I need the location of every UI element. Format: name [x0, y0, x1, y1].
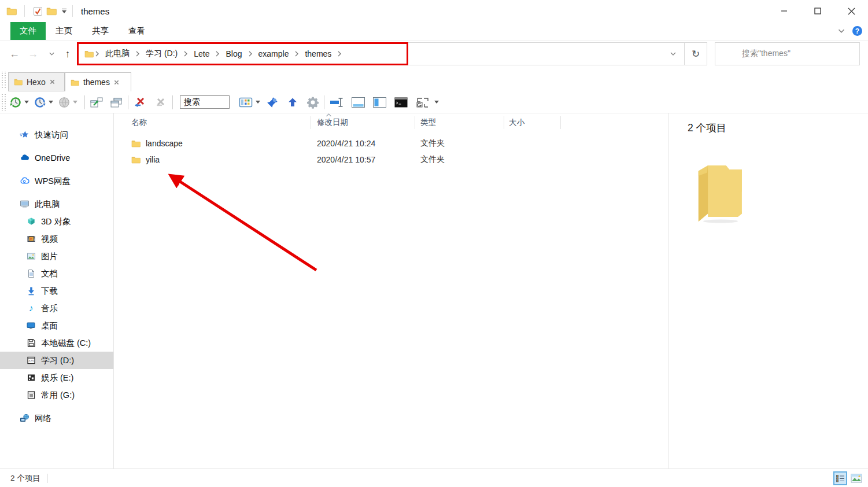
pictures-icon	[26, 252, 36, 261]
up-level-button[interactable]	[286, 94, 300, 110]
ribbon-tab-share[interactable]: 共享	[82, 22, 119, 40]
qat-customize-dropdown-icon[interactable]	[62, 9, 67, 14]
file-row-yilia[interactable]: yilia 2020/4/21 10:57 文件夹	[114, 152, 668, 168]
command-prompt-button[interactable]	[393, 94, 409, 110]
quick-access-star-icon	[20, 130, 29, 140]
network-icon	[20, 414, 29, 423]
sidebar-item-network[interactable]: 网络	[0, 409, 113, 427]
sidebar-item-videos[interactable]: 视频	[0, 230, 113, 248]
forward-button[interactable]: →	[25, 46, 41, 62]
sidebar-item-3d-objects[interactable]: 3D 对象	[0, 213, 113, 230]
pin-tab-button[interactable]	[265, 94, 280, 110]
sidebar-item-onedrive[interactable]: OneDrive	[0, 149, 113, 167]
view-mode-button[interactable]	[238, 94, 254, 110]
column-header-name[interactable]: 名称	[114, 116, 311, 129]
large-icons-view-button[interactable]	[849, 471, 863, 485]
details-view-button[interactable]	[833, 471, 847, 485]
sidebar-item-pictures[interactable]: 图片	[0, 248, 113, 265]
sidebar-item-drive-d[interactable]: </> 学习 (D:)	[0, 352, 113, 369]
qat-new-folder-icon[interactable]	[45, 3, 58, 19]
toolbar-lock-button[interactable]	[328, 94, 345, 110]
explorer-window: themes 文件 主页 共享 查看 ← → ↑	[0, 0, 868, 487]
sidebar-item-wps-cloud[interactable]: WPS网盘	[0, 172, 113, 190]
tab-themes[interactable]: themes	[65, 72, 131, 91]
toolbar-grip[interactable]	[5, 94, 6, 110]
view-mode-dropdown-icon[interactable]	[256, 101, 260, 104]
back-history-dropdown-icon[interactable]	[24, 101, 29, 104]
app-folder-icon	[5, 3, 19, 19]
ribbon-collapse-chevron-icon[interactable]	[837, 28, 845, 34]
clone-tab-button[interactable]	[108, 94, 124, 110]
file-size	[504, 135, 561, 152]
preview-pane-button[interactable]	[350, 94, 367, 110]
downloads-icon	[26, 286, 36, 296]
toolbar-grip[interactable]	[2, 72, 3, 89]
recent-dropdown-icon[interactable]	[73, 101, 77, 104]
column-header-type[interactable]: 类型	[415, 116, 504, 129]
grouping-button[interactable]	[414, 94, 431, 110]
tab-close-icon[interactable]	[50, 79, 55, 84]
drive-g-icon	[26, 390, 36, 400]
onedrive-cloud-icon	[20, 153, 29, 163]
breadcrumb-chevron-icon	[183, 50, 188, 57]
tab-close-icon[interactable]	[114, 80, 119, 85]
tab-bar: Hexo themes	[0, 68, 868, 91]
address-bar[interactable]: 此电脑 学习 (D:) Lete Blog example themes ↻	[77, 42, 707, 65]
file-row-landscape[interactable]: landscape 2020/4/21 10:24 文件夹	[114, 135, 668, 152]
maximize-button[interactable]	[801, 0, 834, 22]
tab-hexo[interactable]: Hexo	[8, 72, 65, 91]
sidebar-item-local-disk-c[interactable]: 本地磁盘 (C:)	[0, 334, 113, 352]
help-icon[interactable]	[852, 26, 862, 36]
grouping-dropdown-icon[interactable]	[434, 101, 439, 104]
breadcrumb-item-lete[interactable]: Lete	[188, 49, 215, 58]
sidebar-item-this-pc[interactable]: 此电脑	[0, 195, 113, 213]
ribbon-tab-view[interactable]: 查看	[119, 22, 155, 40]
toolbar-grip[interactable]	[2, 94, 3, 110]
back-button[interactable]: ←	[6, 46, 23, 62]
qat-properties-checkbox-icon[interactable]	[31, 3, 45, 19]
navigation-pane-button[interactable]	[371, 94, 388, 110]
recent-locations-chevron-icon[interactable]	[43, 46, 60, 62]
breadcrumb-item-example[interactable]: example	[253, 49, 295, 58]
documents-icon	[26, 269, 36, 279]
sidebar-item-drive-g[interactable]: 常用 (G:)	[0, 386, 113, 404]
music-icon: ♪	[26, 304, 36, 313]
tab-label: Hexo	[27, 78, 46, 87]
address-dropdown-chevron-icon[interactable]	[662, 43, 684, 65]
open-new-window-button[interactable]	[88, 94, 105, 110]
minimize-button[interactable]	[767, 0, 801, 22]
forward-history-button[interactable]	[32, 94, 47, 110]
folder-icon	[131, 139, 141, 147]
back-history-button[interactable]	[8, 94, 23, 110]
sidebar-item-drive-e[interactable]: 娱乐 (E:)	[0, 369, 113, 386]
sidebar-item-desktop[interactable]: 桌面	[0, 317, 113, 334]
breadcrumb-item-themes[interactable]: themes	[299, 49, 337, 58]
status-bar: 2 个项目	[0, 468, 868, 487]
tab-label: themes	[83, 78, 110, 87]
close-tab-button[interactable]	[132, 94, 148, 110]
forward-history-dropdown-icon[interactable]	[49, 101, 53, 104]
close-tabs-disabled-button[interactable]	[153, 94, 169, 110]
close-button[interactable]	[834, 0, 868, 22]
toolbar-search-input[interactable]: 搜索	[180, 95, 230, 109]
column-header-date-modified[interactable]: 修改日期	[311, 116, 415, 129]
sidebar-item-documents[interactable]: 文档	[0, 265, 113, 282]
refresh-icon[interactable]: ↻	[685, 43, 707, 65]
up-button[interactable]: ↑	[60, 46, 76, 62]
sidebar-item-quick-access[interactable]: 快速访问	[0, 126, 113, 143]
column-headers: 名称 修改日期 类型 大小	[114, 113, 668, 132]
sidebar-item-music[interactable]: ♪ 音乐	[0, 300, 113, 317]
breadcrumb-item-blog[interactable]: Blog	[220, 49, 248, 58]
sidebar-item-downloads[interactable]: 下载	[0, 282, 113, 300]
column-header-size[interactable]: 大小	[504, 116, 561, 129]
explorer-search-input[interactable]: 搜索"themes"	[715, 42, 860, 65]
tab-folder-icon	[71, 79, 79, 86]
breadcrumb-item-this-pc[interactable]: 此电脑	[99, 49, 135, 59]
breadcrumb-item-drive-d[interactable]: 学习 (D:)	[140, 49, 183, 59]
options-gear-button[interactable]	[305, 94, 320, 110]
ribbon-tab-file[interactable]: 文件	[10, 22, 46, 40]
ribbon-tab-home[interactable]: 主页	[46, 22, 82, 40]
search-placeholder: 搜索"themes"	[742, 49, 791, 59]
recent-globe-button[interactable]	[57, 94, 72, 110]
toolbar-grip[interactable]	[5, 72, 6, 89]
